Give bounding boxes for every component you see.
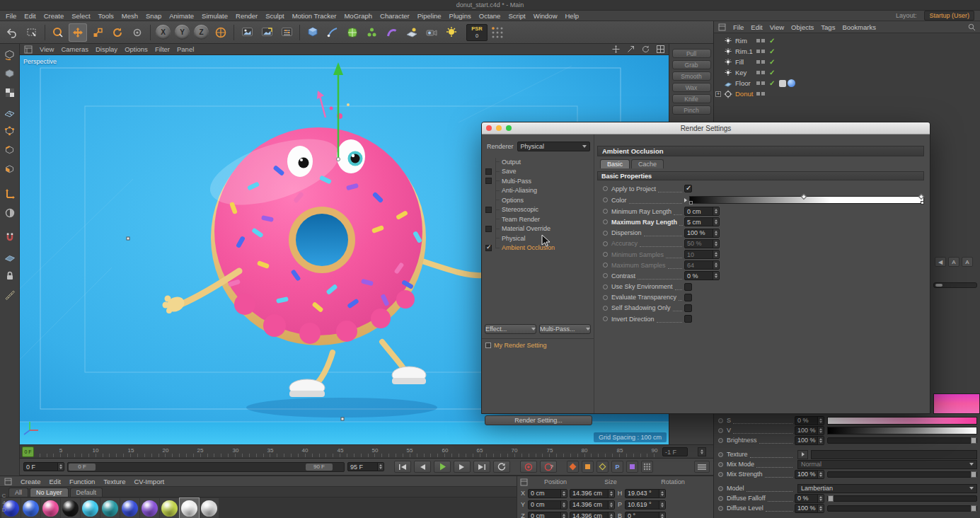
mat-menu-edit[interactable]: Edit [50,478,61,485]
spline-pen-icon[interactable] [323,23,342,42]
vp-menu-cameras[interactable]: Cameras [61,45,88,53]
loop-playback-button[interactable] [493,461,510,473]
object-row-donut[interactable]: + Donut [714,88,980,99]
visibility-dots[interactable] [756,50,765,53]
anim-toggle-icon[interactable] [718,506,723,511]
brightness-slider[interactable] [827,437,977,444]
select-frame-icon[interactable] [23,23,41,42]
menu-sculpt[interactable]: Sculpt [265,12,284,20]
lock-icon[interactable] [1,267,18,284]
om-menu-tags[interactable]: Tags [821,23,835,31]
anim-toggle-icon[interactable] [718,452,723,457]
object-row-fill[interactable]: Fill ✓ [714,57,980,67]
rotate-tool-icon[interactable] [108,23,127,42]
material-swatch[interactable] [160,498,179,518]
mat-menu-create[interactable]: Create [21,478,41,485]
multi-pass-button[interactable]: Multi-Pass... [539,324,591,334]
size-y-field[interactable]: 14.396 cm [570,500,615,510]
points-mode-icon[interactable] [1,122,18,139]
menu-octane[interactable]: Octane [479,12,501,20]
menu-pipeline[interactable]: Pipeline [417,12,442,20]
anim-toggle-icon[interactable] [603,231,608,236]
environment-icon[interactable] [403,23,421,42]
diffuse-falloff-field[interactable]: 0 % [795,494,824,503]
menu-mograph[interactable]: MoGraph [344,12,372,20]
sculpt-grab-button[interactable]: Grab [672,60,711,69]
om-menu-edit[interactable]: Edit [751,23,762,31]
menu-window[interactable]: Window [534,12,558,20]
make-editable-icon[interactable] [1,46,18,63]
anim-toggle-icon[interactable] [718,462,723,467]
playhead[interactable]: 0 F [22,447,34,457]
anim-toggle-icon[interactable] [603,306,608,311]
anim-toggle-icon[interactable] [718,472,723,477]
visibility-dots[interactable] [756,39,765,42]
tab-cache[interactable]: Cache [631,159,664,168]
rs-item-save[interactable]: Save [485,167,594,177]
pos-z-field[interactable]: 0 cm [528,512,567,518]
checkbox[interactable] [485,226,492,232]
texture-field[interactable] [811,450,977,459]
key-rotation-toggle[interactable] [596,461,609,473]
enabled-check-icon[interactable]: ✓ [769,79,775,87]
live-selection-icon[interactable] [49,23,67,42]
tab-basic[interactable]: Basic [600,159,630,168]
diffuse-falloff-slider[interactable] [827,495,977,502]
material-swatch[interactable] [100,498,120,518]
material-swatch[interactable] [120,498,139,518]
visibility-dots[interactable] [756,81,765,85]
font-a-search-icon[interactable]: A [962,257,973,267]
tab-all[interactable]: All [8,488,28,497]
menu-tools[interactable]: Tools [98,12,114,20]
mix-mode-dropdown[interactable]: Normal [797,460,977,469]
rot-h-field[interactable]: 19.043 ° [625,489,666,498]
panel-arrow-icon[interactable]: ◀ [935,257,946,267]
menu-snap[interactable]: Snap [146,12,161,20]
om-menu-view[interactable]: View [770,23,784,31]
anim-toggle-icon[interactable] [603,316,608,321]
search-icon[interactable] [968,23,976,31]
axis-y-button[interactable]: Y [175,25,190,40]
menu-create[interactable]: Create [44,12,64,20]
apply-to-project-checkbox[interactable] [684,185,692,192]
menu-plugins[interactable]: Plugins [449,12,471,20]
ruler-stepper[interactable] [698,447,706,456]
menu-simulate[interactable]: Simulate [202,12,228,20]
max-ray-field[interactable]: 5 cm [684,217,720,226]
anim-toggle-icon[interactable] [718,438,723,443]
hidden-panel-slider[interactable] [933,282,977,288]
axis-z-button[interactable]: Z [194,25,209,40]
rs-item-team-render[interactable]: Team Render [485,214,594,224]
render-setting-button[interactable]: Render Setting... [485,415,592,425]
move-tool-icon[interactable] [69,23,87,42]
rs-item-material-override[interactable]: Material Override [485,224,594,234]
saturation-field[interactable]: 0 % [795,416,824,425]
my-render-setting-item[interactable]: My Render Setting [485,342,547,349]
render-settings-dialog[interactable]: Render Settings Renderer Physical Output… [481,122,930,414]
last-tool-icon[interactable] [128,23,146,42]
material-swatch[interactable] [200,498,219,518]
menu-help[interactable]: Help [565,12,580,20]
expand-icon[interactable]: + [715,91,721,97]
evaluate-transparency-checkbox[interactable] [684,294,692,301]
key-parameter-toggle[interactable]: P [611,461,623,473]
anim-toggle-icon[interactable] [718,428,723,433]
sculpt-pull-button[interactable]: Pull [672,49,711,58]
range-start-handle[interactable]: 0 F [69,464,96,471]
visibility-dots[interactable] [756,92,765,96]
dispersion-field[interactable]: 100 % [684,229,720,238]
total-frames-field[interactable]: 95 F [347,462,384,471]
contrast-field[interactable]: 0 % [684,271,720,280]
layout-switcher[interactable]: Startup (User) [924,11,974,21]
rs-item-ambient-occlusion[interactable]: Ambient Occlusion [485,243,594,253]
invert-direction-checkbox[interactable] [684,315,692,323]
workplane-icon[interactable] [1,248,18,265]
checkbox[interactable] [485,207,492,213]
enable-axis-icon[interactable] [1,185,18,202]
anim-toggle-icon[interactable] [718,486,723,491]
primitive-cube-icon[interactable] [304,23,322,42]
pos-x-field[interactable]: 0 cm [528,489,567,498]
texture-browse-button[interactable] [797,450,808,459]
pan-view-icon[interactable] [612,45,620,53]
model-dropdown[interactable]: Lambertian [797,484,977,493]
